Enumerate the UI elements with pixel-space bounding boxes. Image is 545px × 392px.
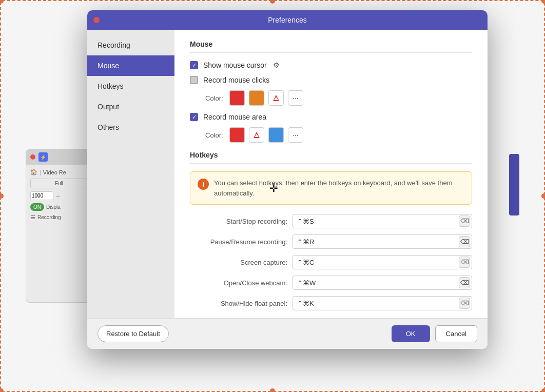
record-clicks-row: Record mouse clicks bbox=[190, 76, 472, 84]
hotkey-input-pause-resume[interactable] bbox=[293, 234, 472, 249]
main-content: Mouse Show mouse cursor ⚙ Record mouse c… bbox=[174, 30, 488, 318]
corner-dot-mr bbox=[541, 193, 545, 199]
record-area-checkbox[interactable] bbox=[190, 113, 198, 121]
hotkey-input-wrap-float-panel: ⌫ bbox=[293, 296, 472, 310]
bg-window-titlebar: ⚡ bbox=[26, 149, 92, 165]
hotkey-row-webcam: Open/Close webcam: ⌫ bbox=[190, 276, 472, 290]
hotkey-clear-screen-capture[interactable]: ⌫ bbox=[459, 257, 470, 268]
color-swatch-blue-2[interactable] bbox=[268, 127, 284, 143]
hotkey-input-webcam[interactable] bbox=[293, 276, 472, 290]
sidebar-item-output[interactable]: Output bbox=[87, 96, 174, 117]
color-swatch-more-2[interactable]: ··· bbox=[288, 127, 303, 143]
area-color-row: Color: ··· bbox=[205, 127, 472, 143]
hotkey-input-wrap-start-stop: ⌫ bbox=[293, 214, 472, 228]
corner-dot-br bbox=[541, 388, 545, 392]
sidebar-item-hotkeys[interactable]: Hotkeys bbox=[87, 76, 174, 96]
hotkey-input-float-panel[interactable] bbox=[293, 296, 472, 310]
corner-dot-tm bbox=[270, 0, 275, 4]
clicks-color-label: Color: bbox=[205, 94, 223, 102]
hotkey-label-pause-resume: Pause/Resume recording: bbox=[190, 238, 293, 246]
bg-window-close-dot bbox=[30, 154, 35, 160]
hotkey-input-start-stop[interactable] bbox=[293, 214, 472, 228]
show-cursor-checkbox[interactable] bbox=[190, 61, 198, 69]
area-color-label: Color: bbox=[205, 131, 223, 139]
hotkey-row-float-panel: Show/Hide float panel: ⌫ bbox=[190, 296, 472, 310]
record-area-label: Record mouse area bbox=[203, 113, 266, 121]
sidebar: Recording Mouse Hotkeys Output Others bbox=[87, 30, 174, 318]
dialog-title: Preferences bbox=[268, 16, 306, 24]
close-button-dot[interactable] bbox=[93, 17, 100, 23]
restore-default-button[interactable]: Restore to Default bbox=[98, 325, 169, 342]
hotkey-clear-pause-resume[interactable]: ⌫ bbox=[459, 236, 470, 247]
record-clicks-checkbox[interactable] bbox=[190, 76, 198, 84]
dialog-body: Recording Mouse Hotkeys Output Others Mo… bbox=[87, 30, 488, 318]
sidebar-item-recording[interactable]: Recording bbox=[87, 35, 174, 55]
preferences-dialog: Preferences Recording Mouse Hotkeys Outp… bbox=[87, 10, 488, 349]
color-swatch-sketch-2[interactable] bbox=[249, 127, 264, 143]
hotkey-input-wrap-webcam: ⌫ bbox=[293, 276, 472, 290]
bg-window-icon: ⚡ bbox=[38, 152, 48, 162]
record-area-row: Record mouse area bbox=[190, 113, 472, 121]
hotkey-label-float-panel: Show/Hide float panel: bbox=[190, 300, 293, 307]
footer-right-buttons: OK Cancel bbox=[392, 325, 477, 342]
corner-dot-bm bbox=[270, 388, 275, 392]
hotkey-clear-start-stop[interactable]: ⌫ bbox=[459, 215, 470, 227]
hotkey-input-wrap-screen-capture: ⌫ bbox=[293, 255, 472, 269]
hotkey-input-screen-capture[interactable] bbox=[293, 255, 472, 269]
corner-dot-bl bbox=[0, 388, 4, 392]
hotkey-clear-webcam[interactable]: ⌫ bbox=[459, 277, 470, 288]
ok-button[interactable]: OK bbox=[392, 325, 430, 342]
hotkey-label-screen-capture: Screen capture: bbox=[190, 259, 293, 266]
clicks-color-row: Color: ··· bbox=[205, 90, 472, 106]
info-icon: i bbox=[198, 179, 209, 190]
hotkeys-info-text: You can select hotkeys, then enter the h… bbox=[214, 178, 464, 198]
color-swatch-red-1[interactable] bbox=[229, 90, 245, 106]
sidebar-item-others[interactable]: Others bbox=[87, 117, 174, 138]
corner-dot-tr bbox=[541, 0, 545, 4]
hotkey-row-start-stop: Start/Stop recording: ⌫ bbox=[190, 214, 472, 228]
color-swatch-orange-1[interactable] bbox=[249, 90, 264, 106]
color-swatch-red-2[interactable] bbox=[229, 127, 245, 143]
color-swatch-sketch-1[interactable] bbox=[268, 90, 284, 106]
corner-dot-tl bbox=[0, 0, 4, 4]
hotkey-row-screen-capture: Screen capture: ⌫ bbox=[190, 255, 472, 269]
hotkey-clear-float-panel[interactable]: ⌫ bbox=[459, 298, 470, 309]
hotkey-label-start-stop: Start/Stop recording: bbox=[190, 218, 293, 225]
dialog-footer: Restore to Default OK Cancel bbox=[87, 318, 488, 349]
mouse-section-title: Mouse bbox=[190, 40, 472, 53]
show-cursor-row: Show mouse cursor ⚙ bbox=[190, 61, 472, 70]
hotkey-row-pause-resume: Pause/Resume recording: ⌫ bbox=[190, 234, 472, 249]
show-cursor-label: Show mouse cursor bbox=[203, 61, 267, 69]
sidebar-item-mouse[interactable]: Mouse bbox=[87, 55, 174, 76]
hotkeys-section-title: Hotkeys bbox=[190, 151, 472, 164]
color-swatch-more-1[interactable]: ··· bbox=[288, 90, 303, 106]
hotkeys-info-box: i You can select hotkeys, then enter the… bbox=[190, 171, 472, 205]
right-accent-panel bbox=[509, 154, 519, 215]
cursor-settings-icon[interactable]: ⚙ bbox=[272, 61, 281, 70]
record-clicks-label: Record mouse clicks bbox=[203, 76, 269, 84]
background-window: ⚡ 🏠 | Video Re Full ↔ ON Displa ☰ Record… bbox=[26, 149, 92, 303]
corner-dot-ml bbox=[0, 193, 4, 199]
hotkey-input-wrap-pause-resume: ⌫ bbox=[293, 234, 472, 249]
dialog-titlebar: Preferences bbox=[87, 10, 488, 30]
cancel-button[interactable]: Cancel bbox=[435, 325, 477, 342]
hotkey-label-webcam: Open/Close webcam: bbox=[190, 279, 293, 287]
